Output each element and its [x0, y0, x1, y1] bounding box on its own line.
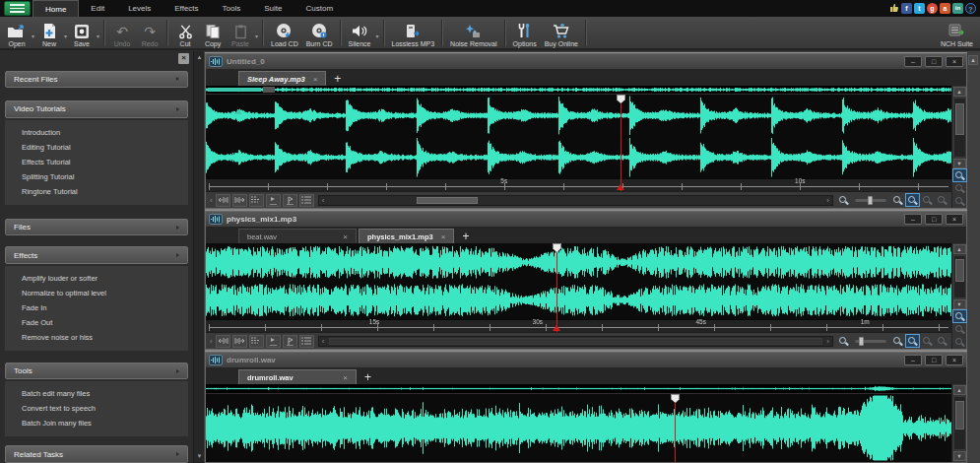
vertical-scrollbar[interactable]	[953, 98, 966, 158]
scrollbar-thumb[interactable]	[955, 103, 964, 135]
overview-position-bar[interactable]	[208, 88, 261, 92]
bookmark-alt-icon[interactable]	[283, 194, 297, 207]
vertical-zoom-in-icon[interactable]	[953, 169, 966, 181]
zoom-in-icon[interactable]	[891, 194, 904, 206]
sidebar-item-normalize[interactable]: Normalize to optimal level	[5, 286, 188, 300]
scrollbar-thumb[interactable]	[955, 259, 964, 282]
minimize-button[interactable]: –	[904, 355, 922, 365]
scrollbar-thumb[interactable]	[417, 197, 479, 204]
list-options-icon[interactable]	[299, 194, 314, 207]
bookmark-icon[interactable]	[266, 335, 281, 348]
paste-button[interactable]: Paste	[227, 18, 254, 48]
burn-cd-button[interactable]: Burn CD	[302, 18, 337, 48]
scroll-down-icon[interactable]: ▼	[953, 159, 966, 168]
sidebar-section-effects[interactable]: Effects	[5, 246, 188, 264]
scroll-down-icon[interactable]: ▼	[953, 299, 966, 309]
add-tab-button[interactable]: +	[359, 370, 377, 384]
zoom-project-icon[interactable]	[936, 335, 948, 347]
scroll-left-icon[interactable]: ‹	[321, 196, 326, 205]
close-button[interactable]: ×	[946, 355, 963, 365]
window-title-bar[interactable]: physics_mix1.mp3 – □ ×	[206, 212, 966, 228]
scrollbar-thumb[interactable]	[329, 338, 821, 345]
options-button[interactable]: Options	[509, 18, 541, 48]
twitter-icon[interactable]: t	[914, 3, 925, 14]
timeline-ruler[interactable]: 5s 10s	[206, 178, 951, 191]
bookmark-icon[interactable]	[266, 194, 281, 207]
tab-close-icon[interactable]: ×	[343, 373, 348, 382]
scroll-right-icon[interactable]: ›	[825, 337, 830, 346]
zoom-slider-knob[interactable]	[868, 196, 873, 205]
sidebar-item-editing-tutorial[interactable]: Editing Tutorial	[5, 140, 188, 155]
waveform-view[interactable]	[206, 95, 951, 178]
sidebar-item-amplify[interactable]: Amplify louder or softer	[5, 271, 188, 286]
zoom-slider[interactable]	[855, 340, 886, 343]
tab-beat-wav[interactable]: beat.wav ×	[238, 229, 357, 243]
horizontal-scrollbar[interactable]: ‹ ›	[318, 195, 833, 206]
sidebar-section-tools[interactable]: Tools	[5, 363, 188, 380]
sidebar-item-batch-edit[interactable]: Batch edit many files	[5, 386, 188, 401]
sidebar-item-introduction[interactable]: Introduction	[5, 125, 188, 140]
text-list-icon[interactable]	[249, 194, 264, 207]
sidebar-item-fade-in[interactable]: Fade In	[5, 300, 188, 315]
save-button[interactable]: Save	[68, 18, 96, 48]
vertical-zoom-out-icon[interactable]	[953, 323, 966, 335]
scroll-up-icon[interactable]: ▲	[953, 385, 966, 395]
open-button[interactable]: Open	[3, 18, 31, 48]
add-tab-button[interactable]: +	[456, 230, 475, 243]
sidebar-item-batch-join[interactable]: Batch Join many files	[5, 416, 188, 430]
zoom-slider-knob[interactable]	[859, 337, 864, 346]
close-button[interactable]: ×	[946, 56, 963, 67]
tab-drumroll[interactable]: drumroll.wav ×	[238, 369, 357, 384]
sidebar-item-text-to-speech[interactable]: Convert text to speech	[5, 401, 188, 416]
playback-cursor[interactable]	[621, 96, 621, 191]
tab-physics-mix1[interactable]: physics_mix1.mp3 ×	[359, 229, 454, 243]
mdi-scroll-up-icon[interactable]: ▲	[968, 55, 978, 65]
googleplus-icon[interactable]: g	[927, 3, 938, 14]
menu-tab-levels[interactable]: Levels	[116, 0, 163, 17]
list-options-icon[interactable]	[299, 335, 314, 348]
bookmark-alt-icon[interactable]	[283, 335, 297, 348]
zoom-out-icon[interactable]	[837, 194, 850, 206]
vertical-scrollbar[interactable]	[953, 396, 966, 450]
silence-button[interactable]: Silence	[345, 18, 375, 48]
zoom-selection-icon[interactable]	[906, 194, 919, 206]
menu-tab-effects[interactable]: Effects	[163, 0, 210, 17]
zoom-in-icon[interactable]	[891, 335, 904, 347]
nch-suite-button[interactable]: NCH Suite	[937, 18, 977, 48]
new-button[interactable]: New	[35, 18, 63, 48]
vertical-zoom-reset-icon[interactable]	[953, 336, 966, 348]
sidebar-item-ringtone-tutorial[interactable]: Ringtone Tutorial	[5, 184, 188, 199]
zoom-slider[interactable]	[855, 199, 886, 202]
sidebar-section-related-tasks[interactable]: Related Tasks	[5, 445, 188, 463]
silence-dropdown[interactable]: ▾	[375, 33, 380, 39]
sidebar-item-fade-out[interactable]: Fade Out	[5, 315, 188, 330]
vertical-zoom-reset-icon[interactable]	[953, 195, 966, 207]
redo-button[interactable]: ↷ Redo	[136, 18, 163, 48]
scroll-to-start-icon[interactable]	[216, 335, 230, 348]
tab-close-icon[interactable]: ×	[343, 232, 348, 241]
playback-cursor[interactable]	[675, 395, 676, 462]
maximize-button[interactable]: □	[925, 214, 943, 225]
zoom-project-icon[interactable]	[936, 194, 948, 206]
text-list-icon[interactable]	[249, 335, 264, 348]
sidebar-section-recent-files[interactable]: Recent Files	[5, 71, 188, 89]
menu-tab-home[interactable]: Home	[33, 0, 79, 17]
share-icon[interactable]: a	[940, 3, 950, 14]
add-tab-button[interactable]: +	[328, 72, 347, 86]
window-title-bar[interactable]: Untitled_0 – □ ×	[206, 54, 966, 70]
sidebar-item-splitting-tutorial[interactable]: Splitting Tutorial	[5, 169, 188, 184]
facebook-icon[interactable]: f	[901, 3, 912, 14]
waveform-view[interactable]	[206, 243, 951, 319]
minimize-button[interactable]: –	[904, 56, 922, 67]
playback-cursor[interactable]	[556, 244, 557, 332]
sidebar-section-files[interactable]: Files	[5, 219, 188, 236]
scroll-to-start-icon[interactable]	[216, 194, 230, 207]
undo-button[interactable]: ↶ Undo	[108, 18, 136, 48]
nav-back-icon[interactable]: ‹	[209, 337, 214, 346]
menu-tab-tools[interactable]: Tools	[211, 0, 253, 17]
linkedin-icon[interactable]: in	[952, 3, 963, 14]
horizontal-scrollbar[interactable]: ‹ ›	[318, 336, 833, 347]
scroll-down-icon[interactable]: ▼	[953, 451, 966, 461]
zoom-selection-icon[interactable]	[906, 335, 919, 347]
menu-tab-custom[interactable]: Custom	[294, 0, 346, 17]
